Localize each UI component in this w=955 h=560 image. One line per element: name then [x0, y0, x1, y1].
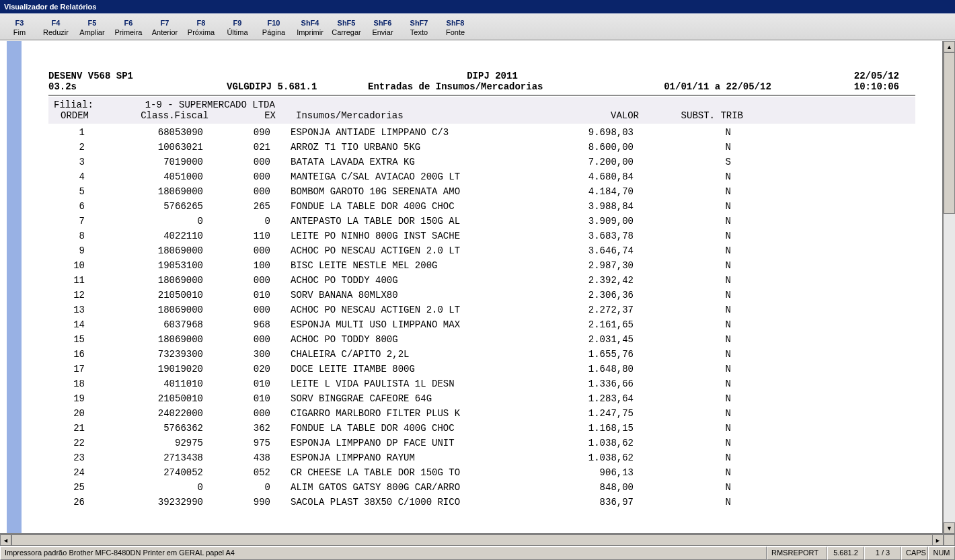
table-row: 37019000000BATATA LAVADA EXTRA KG7.200,0…	[48, 155, 915, 169]
cell-ordem: 22	[48, 436, 89, 450]
toolbar-button-próxima[interactable]: F8Próxima	[183, 15, 219, 40]
horizontal-scrollbar[interactable]: ◄ ►	[0, 534, 955, 546]
table-row: 1719019020020DOCE LEITE ITAMBE 800G1.648…	[48, 362, 915, 376]
scroll-area: DESENV V568 SP1 DIPJ 2011 22/05/12 03.2s…	[0, 41, 955, 534]
cell-ordem: 26	[48, 495, 89, 510]
col-ordem: ORDEM	[54, 110, 94, 121]
scroll-up-arrow-icon[interactable]: ▲	[944, 41, 955, 52]
cell-ex: 000	[223, 406, 284, 421]
vscroll-thumb[interactable]	[944, 52, 955, 214]
toolbar-button-fim[interactable]: F3Fim	[1, 15, 38, 40]
toolbar-key: F10	[268, 18, 280, 28]
status-num: NUM	[928, 547, 955, 560]
scroll-down-arrow-icon[interactable]: ▼	[944, 522, 955, 534]
toolbar-button-página[interactable]: F10Página	[256, 15, 292, 40]
table-row: 518069000000BOMBOM GAROTO 10G SERENATA A…	[48, 184, 915, 199]
cell-class-fiscal: 4051000	[89, 169, 223, 184]
cell-ordem: 6	[48, 199, 89, 214]
cell-desc: FONDUE LA TABLE DOR 400G CHOC	[284, 421, 533, 436]
cell-ex: 000	[223, 332, 284, 347]
col-insumos: Insumos/Mercadorias	[289, 110, 538, 121]
cell-ordem: 15	[48, 332, 89, 347]
cell-class-fiscal: 5766362	[89, 421, 223, 436]
toolbar-button-carregar[interactable]: ShF5Carregar	[328, 15, 365, 40]
toolbar-button-fonte[interactable]: ShF8Fonte	[437, 15, 473, 40]
hscroll-track[interactable]	[11, 534, 932, 546]
scroll-left-arrow-icon[interactable]: ◄	[0, 534, 11, 546]
cell-desc: LEITE PO NINHO 800G INST SACHE	[284, 229, 533, 243]
window-title: Visualizador de Relatórios	[4, 3, 96, 11]
cell-st: N	[634, 450, 738, 465]
toolbar-label: Fonte	[446, 28, 465, 37]
cell-valor: 2.987,30	[533, 258, 634, 273]
cell-ordem: 21	[48, 421, 89, 436]
table-row: 84022110110LEITE PO NINHO 800G INST SACH…	[48, 229, 915, 243]
cell-ordem: 17	[48, 362, 89, 376]
toolbar-button-anterior[interactable]: F7Anterior	[147, 15, 183, 40]
scroll-right-arrow-icon[interactable]: ►	[932, 534, 944, 546]
cell-st: N	[634, 229, 738, 243]
table-row: 1221050010010SORV BANANA 80MLX802.306,36…	[48, 288, 915, 303]
cell-class-fiscal: 18069000	[89, 332, 223, 347]
table-row: 210063021021ARROZ T1 TIO URBANO 5KG8.600…	[48, 140, 915, 155]
table-row: 2292975975ESPONJA LIMPPANO DP FACE UNIT1…	[48, 436, 915, 450]
table-row: 1921050010010SORV BINGGRAE CAFEORE 64G1.…	[48, 391, 915, 406]
col-subst-trib: SUBST. TRIB	[639, 110, 743, 121]
vscroll-track[interactable]	[944, 52, 955, 522]
cell-st: N	[634, 125, 738, 140]
cell-ordem: 1	[48, 125, 89, 140]
cell-st: N	[634, 273, 738, 288]
cell-class-fiscal: 24022000	[89, 406, 223, 421]
cell-ex: 000	[223, 303, 284, 317]
filial-value: 1-9 - SUPERMERCADO LTDA	[145, 99, 275, 110]
toolbar-button-texto[interactable]: ShF7Texto	[401, 15, 437, 40]
cell-valor: 3.646,74	[533, 243, 634, 258]
cell-st: N	[634, 376, 738, 391]
cell-desc: ALIM GATOS GATSY 800G CAR/ARRO	[284, 480, 533, 495]
cell-st: N	[634, 362, 738, 376]
cell-class-fiscal: 2740052	[89, 465, 223, 480]
cell-ex: 052	[223, 465, 284, 480]
hscroll-thumb[interactable]	[11, 534, 933, 546]
cell-desc: ANTEPASTO LA TABLE DOR 150G AL	[284, 214, 533, 229]
status-caps: CAPS	[901, 547, 928, 560]
col-valor: VALOR	[538, 110, 639, 121]
cell-st: N	[634, 199, 738, 214]
page-container: DESENV V568 SP1 DIPJ 2011 22/05/12 03.2s…	[0, 41, 943, 534]
toolbar-button-primeira[interactable]: F6Primeira	[110, 15, 147, 40]
toolbar-button-imprimir[interactable]: ShF4Imprimir	[292, 15, 328, 40]
status-printer: Impressora padrão Brother MFC-8480DN Pri…	[0, 547, 767, 560]
toolbar-label: Última	[227, 28, 247, 37]
toolbar-button-ampliar[interactable]: F5Ampliar	[74, 15, 110, 40]
col-ex: EX	[229, 110, 289, 121]
toolbar-label: Próxima	[188, 28, 215, 37]
cell-desc: BATATA LAVADA EXTRA KG	[284, 155, 533, 169]
program-id: VGLGDIPJ 5.681.1	[227, 81, 368, 92]
toolbar-button-enviar[interactable]: ShF6Enviar	[365, 15, 401, 40]
table-row: 146037968968ESPONJA MULTI USO LIMPPANO M…	[48, 317, 915, 332]
cell-ordem: 12	[48, 288, 89, 303]
table-row: 2024022000000CIGARRO MARLBORO FILTER PLU…	[48, 406, 915, 421]
cell-ordem: 20	[48, 406, 89, 421]
toolbar-label: Página	[262, 28, 285, 37]
toolbar-button-última[interactable]: F9Última	[219, 15, 256, 40]
toolbar-label: Fim	[13, 28, 26, 37]
cell-st: N	[634, 140, 738, 155]
cell-valor: 2.161,65	[533, 317, 634, 332]
cell-valor: 906,13	[533, 465, 634, 480]
toolbar-button-reduzir[interactable]: F4Reduzir	[38, 15, 74, 40]
cell-valor: 4.184,70	[533, 184, 634, 199]
vertical-scrollbar[interactable]: ▲ ▼	[943, 41, 955, 534]
cell-valor: 9.698,03	[533, 125, 634, 140]
cell-desc: LEITE L VIDA PAULISTA 1L DESN	[284, 376, 533, 391]
table-row: 168053090090ESPONJA ANTIADE LIMPPANO C/3…	[48, 125, 915, 140]
cell-st: N	[634, 332, 738, 347]
table-row: 918069000000ACHOC PO NESCAU ACTIGEN 2.0 …	[48, 243, 915, 258]
cell-ordem: 5	[48, 184, 89, 199]
cell-ex: 010	[223, 288, 284, 303]
cell-valor: 2.306,36	[533, 288, 634, 303]
report-title: Entradas de Insumos/Mercadorias	[368, 81, 617, 92]
cell-desc: CHALEIRA C/APITO 2,2L	[284, 347, 533, 362]
cell-st: N	[634, 184, 738, 199]
toolbar-label: Carregar	[332, 28, 360, 37]
